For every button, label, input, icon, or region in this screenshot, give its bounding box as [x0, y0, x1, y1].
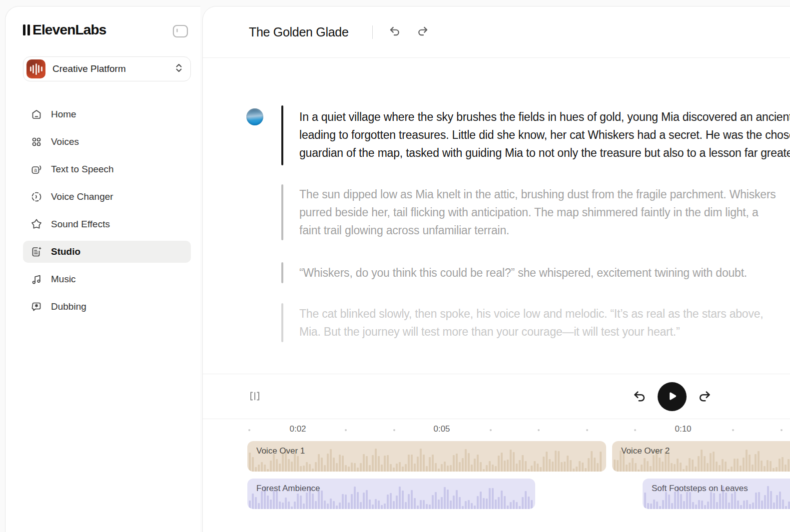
ruler-tick — [586, 429, 588, 431]
creative-platform-icon — [26, 59, 45, 78]
sidebar-item-voices[interactable]: Voices — [23, 131, 191, 153]
ruler-tick — [781, 429, 783, 431]
chevron-up-down-icon — [174, 62, 183, 76]
ruler-tick — [634, 429, 636, 431]
sidebar-item-label: Sound Effects — [51, 219, 110, 230]
sidebar-collapse-button[interactable] — [172, 24, 188, 38]
home-icon — [30, 108, 42, 120]
paragraph-line: Mia. But the journey will test more than… — [299, 323, 764, 341]
clip-label: Forest Ambience — [256, 484, 320, 494]
track-clip-voice-over-2[interactable]: Voice Over 2 — [612, 441, 790, 472]
sidebar-collapse-icon — [172, 32, 188, 39]
dubbing-icon — [30, 301, 42, 313]
elevenlabs-logo-text: ElevenLabs — [32, 22, 106, 38]
sidebar-item-home[interactable]: Home — [23, 103, 191, 125]
sidebar-item-text-to-speech[interactable]: a Text to Speech — [23, 158, 191, 180]
workspace-selector[interactable]: Creative Platform — [23, 56, 191, 81]
paragraph-line: leading to forgotten treasures. Little d… — [299, 126, 790, 144]
paragraph-line: The sun dipped low as Mia knelt in the a… — [299, 185, 776, 203]
elevenlabs-logo: ElevenLabs — [23, 21, 188, 38]
split-icon — [248, 397, 262, 404]
play-icon — [666, 390, 679, 404]
header-divider — [372, 25, 373, 39]
sidebar-nav: Home Voices a Text to Speech — [23, 103, 191, 323]
sound-effects-icon — [30, 218, 42, 230]
skip-back-button[interactable] — [632, 389, 647, 404]
paragraph-marker — [281, 105, 283, 165]
studio-main-panel: The Golden Glade In a quiet village wher… — [202, 6, 790, 532]
undo-button[interactable] — [387, 24, 402, 39]
sidebar: ElevenLabs Creative Platform Home — [5, 6, 200, 532]
svg-text:a: a — [34, 167, 37, 173]
sidebar-item-label: Home — [51, 109, 76, 120]
sidebar-item-studio[interactable]: Studio — [23, 241, 191, 263]
skip-forward-button[interactable] — [697, 389, 712, 404]
sidebar-item-voice-changer[interactable]: Voice Changer — [23, 186, 191, 208]
redo-button[interactable] — [415, 24, 430, 39]
clip-label: Voice Over 1 — [256, 446, 305, 456]
undo-icon — [388, 32, 401, 39]
sidebar-item-music[interactable]: Music — [23, 268, 191, 290]
ruler-tick — [345, 429, 347, 431]
track-clip-soft-footsteps[interactable]: Soft Footsteps on Leaves — [643, 479, 790, 509]
document-header: The Golden Glade — [203, 6, 790, 58]
ruler-time-label: 0:02 — [289, 424, 306, 434]
paragraph-line: “Whiskers, do you think this could be re… — [299, 264, 747, 282]
clip-label: Voice Over 2 — [621, 446, 670, 456]
sidebar-item-label: Studio — [51, 246, 80, 257]
music-icon — [30, 273, 42, 285]
track-clip-forest-ambience[interactable]: Forest Ambience — [247, 479, 535, 509]
workspace-name: Creative Platform — [52, 63, 174, 74]
paragraph-line: guardian of the map, tasked with guiding… — [299, 144, 790, 162]
paragraph-marker — [281, 184, 283, 240]
ruler-tick — [732, 429, 734, 431]
sidebar-item-dubbing[interactable]: Dubbing — [23, 296, 191, 318]
ruler-tick — [490, 429, 492, 431]
sidebar-item-label: Music — [51, 274, 76, 285]
ruler-time-label: 0:05 — [433, 424, 450, 434]
paragraph-marker — [281, 303, 283, 342]
elevenlabs-logo-mark-icon — [23, 24, 30, 35]
paragraph-line: faint trail glowing across unfamiliar te… — [299, 221, 776, 239]
sidebar-item-label: Voice Changer — [51, 191, 113, 202]
clip-label: Soft Footsteps on Leaves — [652, 484, 748, 494]
split-clip-button[interactable] — [247, 390, 263, 404]
ruler-tick — [538, 429, 540, 431]
sidebar-item-sound-effects[interactable]: Sound Effects — [23, 213, 191, 235]
timeline-ruler[interactable]: 0:02 0:05 0:10 — [203, 423, 790, 437]
page-title: The Golden Glade — [249, 25, 349, 39]
redo-icon — [416, 32, 429, 39]
paragraph-marker — [281, 262, 283, 283]
sidebar-item-label: Text to Speech — [51, 164, 114, 175]
paragraph-line: purred beside her, tail flicking with an… — [299, 203, 776, 221]
text-to-speech-icon: a — [30, 163, 42, 175]
paragraph-line: In a quiet village where the sky brushes… — [299, 108, 790, 126]
ruler-time-label: 0:10 — [675, 424, 691, 434]
voices-icon — [30, 136, 42, 148]
ruler-tick — [248, 429, 250, 431]
skip-forward-icon — [697, 398, 712, 406]
track-clip-voice-over-1[interactable]: Voice Over 1 — [247, 441, 606, 472]
sidebar-item-label: Dubbing — [51, 301, 86, 312]
studio-icon — [30, 246, 42, 258]
playbar — [203, 374, 790, 419]
voice-changer-icon — [30, 191, 42, 203]
sidebar-item-label: Voices — [51, 136, 79, 147]
play-button[interactable] — [658, 382, 687, 411]
voice-orb-avatar[interactable] — [246, 108, 263, 125]
ruler-tick — [393, 429, 395, 431]
skip-back-icon — [632, 398, 647, 406]
paragraph-line: The cat blinked slowly, then spoke, his … — [299, 305, 764, 323]
